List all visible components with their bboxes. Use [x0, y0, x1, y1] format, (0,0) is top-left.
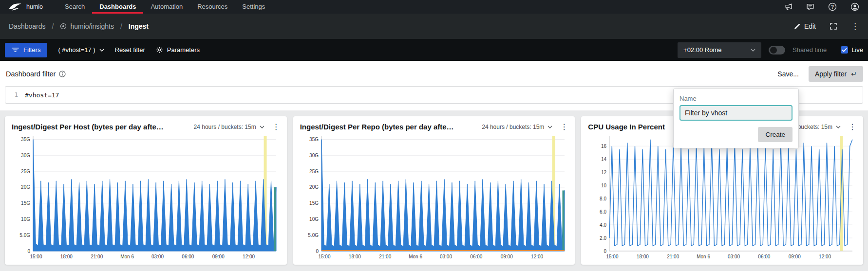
edit-dashboard-button[interactable]: Edit — [793, 22, 816, 30]
svg-text:10: 10 — [601, 183, 607, 188]
svg-text:10G: 10G — [21, 217, 30, 222]
svg-text:18:00: 18:00 — [60, 254, 73, 259]
time-range-selector[interactable]: 24 hours / buckets: 15m — [194, 124, 264, 130]
breadcrumb-bar: Dashboards / humio/insights / Ingest Edi… — [0, 14, 868, 39]
shared-time-toggle[interactable] — [769, 46, 785, 54]
chevron-down-icon — [836, 126, 841, 128]
toggle-knob — [770, 47, 777, 54]
nav-item-resources[interactable]: Resources — [190, 0, 235, 14]
apply-filter-button[interactable]: Apply filter ↵ — [809, 66, 863, 82]
announcements-icon[interactable] — [784, 3, 793, 11]
svg-text:21:00: 21:00 — [91, 254, 103, 259]
dashboard-filter-label: Dashboard filter — [6, 70, 66, 78]
account-icon[interactable] — [850, 2, 859, 11]
chevron-down-icon — [99, 49, 104, 52]
nav-item-settings[interactable]: Settings — [235, 0, 272, 14]
nav-item-automation[interactable]: Automation — [143, 0, 190, 14]
funnel-icon — [12, 47, 19, 53]
fullscreen-button[interactable] — [830, 22, 837, 30]
fullscreen-icon — [830, 22, 837, 30]
falcon-icon — [9, 2, 21, 11]
svg-text:15:00: 15:00 — [30, 254, 42, 259]
svg-text:35G: 35G — [309, 137, 319, 142]
svg-text:0: 0 — [604, 249, 607, 254]
svg-text:5.0G: 5.0G — [19, 233, 30, 238]
svg-text:16: 16 — [601, 144, 607, 149]
svg-text:35G: 35G — [21, 137, 30, 142]
svg-text:14: 14 — [601, 157, 607, 162]
chevron-down-icon — [547, 126, 552, 128]
svg-text:Mon 6: Mon 6 — [697, 254, 711, 259]
enter-key-icon: ↵ — [851, 70, 857, 78]
svg-text:6.0: 6.0 — [600, 209, 606, 215]
breadcrumb-current-ingest: Ingest — [129, 22, 149, 30]
svg-text:21:00: 21:00 — [379, 254, 391, 259]
create-button[interactable]: Create — [758, 127, 793, 142]
info-icon[interactable] — [59, 71, 66, 77]
timezone-selector[interactable]: +02:00 Rome — [678, 42, 761, 58]
svg-text:20G: 20G — [21, 184, 30, 190]
feedback-icon[interactable] — [806, 3, 814, 11]
nav-item-dashboards[interactable]: Dashboards — [92, 0, 143, 14]
help-icon[interactable]: ? — [828, 2, 837, 11]
svg-text:15:00: 15:00 — [606, 254, 619, 259]
svg-text:09:00: 09:00 — [212, 254, 225, 259]
svg-text:30G: 30G — [21, 153, 30, 158]
svg-text:12:00: 12:00 — [819, 254, 831, 259]
save-filter-button[interactable]: Save... — [777, 70, 799, 78]
svg-text:25G: 25G — [21, 169, 30, 174]
shared-time-label: Shared time — [793, 46, 827, 54]
live-label: Live — [851, 46, 863, 54]
svg-text:06:00: 06:00 — [470, 254, 482, 259]
svg-text:Mon 6: Mon 6 — [120, 254, 134, 259]
save-filter-popup: Name Create — [673, 89, 799, 148]
package-icon — [60, 23, 67, 30]
svg-text:30G: 30G — [309, 153, 319, 158]
panel-menu-button[interactable]: ⋮ — [558, 122, 568, 131]
panel-ingest-per-host: Ingest/Digest Per Host (bytes per day af… — [5, 116, 287, 265]
filter-bar: Filters ( #vhost=17 ) Reset filter Param… — [0, 39, 868, 61]
svg-text:10G: 10G — [309, 217, 319, 222]
time-range-selector[interactable]: 24 hours / buckets: 15m — [482, 124, 552, 130]
cpu-usage-chart[interactable]: 161412108.06.04.02.0015:0018:0021:00Mon … — [588, 132, 856, 262]
ingest-per-host-chart[interactable]: 35G30G25G20G15G10G5.0G015:0018:0021:00Mo… — [12, 132, 280, 262]
query-text: #vhost=17 — [25, 91, 59, 99]
panel-menu-button[interactable]: ⋮ — [270, 122, 280, 131]
filters-button[interactable]: Filters — [5, 43, 47, 57]
svg-text:18:00: 18:00 — [637, 254, 649, 259]
filter-name-input[interactable] — [679, 105, 793, 121]
svg-text:12:00: 12:00 — [243, 254, 255, 259]
crowdstrike-falcon-logo[interactable] — [9, 2, 21, 11]
svg-text:15G: 15G — [21, 200, 30, 206]
svg-text:18:00: 18:00 — [349, 254, 361, 259]
svg-text:0: 0 — [27, 249, 30, 254]
reset-filter-button[interactable]: Reset filter — [115, 46, 145, 54]
dashboard-menu-button[interactable]: ⋮ — [851, 22, 859, 31]
svg-text:20G: 20G — [309, 184, 319, 190]
gear-icon — [156, 46, 163, 54]
svg-text:0: 0 — [316, 249, 319, 254]
svg-text:5.0G: 5.0G — [308, 233, 319, 238]
name-field-label: Name — [679, 95, 793, 102]
live-checkbox[interactable] — [841, 46, 848, 54]
chevron-down-icon — [751, 49, 755, 52]
svg-text:4.0: 4.0 — [600, 222, 606, 228]
panel-title: Ingest/Digest Per Repo (bytes per day af… — [300, 123, 476, 131]
breadcrumb-package[interactable]: humio/insights — [60, 22, 114, 30]
pencil-icon — [793, 23, 801, 30]
nav-item-search[interactable]: Search — [57, 0, 92, 14]
breadcrumb-dashboards[interactable]: Dashboards — [9, 22, 46, 30]
ingest-per-repo-chart[interactable]: 35G30G25G20G15G10G5.0G015:0018:0021:00Mo… — [300, 132, 568, 262]
svg-text:Mon 6: Mon 6 — [409, 254, 422, 259]
svg-text:09:00: 09:00 — [500, 254, 512, 259]
svg-text:12: 12 — [601, 170, 607, 175]
svg-text:21:00: 21:00 — [667, 254, 679, 259]
check-icon — [842, 48, 847, 52]
svg-text:?: ? — [831, 4, 834, 10]
query-line-number: 1 — [5, 91, 18, 98]
parameters-button[interactable]: Parameters — [156, 46, 200, 54]
active-filter-dropdown[interactable]: ( #vhost=17 ) — [58, 46, 104, 54]
brand-name[interactable]: humio — [26, 3, 43, 10]
svg-text:06:00: 06:00 — [182, 254, 194, 259]
panel-menu-button[interactable]: ⋮ — [847, 122, 856, 131]
